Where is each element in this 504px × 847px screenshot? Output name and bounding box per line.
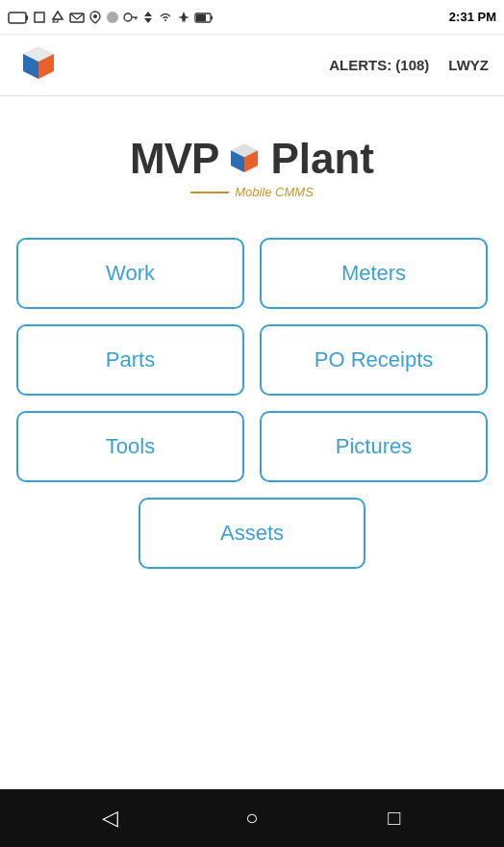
svg-point-4	[93, 14, 97, 18]
logo-line-decoration	[190, 192, 229, 193]
pictures-button[interactable]: Pictures	[260, 411, 488, 482]
svg-point-5	[107, 12, 118, 23]
svg-rect-13	[196, 14, 206, 21]
key-icon	[123, 11, 139, 24]
meters-button[interactable]: Meters	[260, 238, 488, 309]
assets-row: Assets	[16, 498, 488, 569]
svg-rect-1	[26, 15, 28, 20]
screen-icon	[8, 11, 29, 24]
logo-title: MVP Plant	[130, 135, 374, 183]
square-icon	[33, 11, 46, 24]
home-button[interactable]: ○	[233, 799, 271, 837]
status-icons	[8, 11, 214, 24]
app-header: ALERTS: (108) LWYZ	[0, 35, 504, 96]
svg-marker-9	[144, 12, 152, 16]
work-button[interactable]: Work	[16, 238, 244, 309]
app-logo	[15, 40, 62, 90]
logo-cube-icon	[15, 40, 62, 87]
svg-marker-10	[144, 18, 152, 23]
logo-plant-text: Plant	[270, 135, 374, 183]
email-icon	[69, 11, 85, 24]
status-time: 2:31 PM	[449, 10, 496, 24]
alerts-label[interactable]: ALERTS: (108)	[329, 57, 429, 73]
airplane-icon	[177, 11, 190, 24]
recycle-icon	[50, 11, 65, 24]
bottom-nav-bar: ◁ ○ □	[0, 789, 504, 847]
svg-rect-2	[35, 13, 44, 22]
main-button-grid: Work Meters Parts PO Receipts Tools Pict…	[16, 238, 488, 482]
user-label[interactable]: LWYZ	[448, 57, 489, 73]
wifi-icon	[158, 11, 173, 24]
svg-rect-0	[9, 13, 26, 23]
parts-button[interactable]: Parts	[16, 324, 244, 396]
po-receipts-button[interactable]: PO Receipts	[260, 324, 488, 396]
circle-icon	[106, 11, 119, 24]
location-icon	[88, 11, 102, 24]
logo-section: MVP Plant Mobile CMMS	[130, 135, 374, 199]
header-right: ALERTS: (108) LWYZ	[329, 57, 489, 73]
arrows-icon	[142, 11, 154, 24]
logo-subtitle: Mobile CMMS	[190, 185, 314, 199]
status-bar: 2:31 PM	[0, 0, 504, 35]
svg-rect-12	[211, 15, 213, 19]
logo-mvp-text: MVP	[130, 135, 218, 183]
main-content: MVP Plant Mobile CMMS Work Meters Parts …	[0, 96, 504, 789]
logo-mobile-cmms-text: Mobile CMMS	[235, 185, 314, 199]
tools-button[interactable]: Tools	[16, 411, 244, 482]
back-button[interactable]: ◁	[90, 799, 129, 837]
svg-point-6	[124, 13, 132, 21]
logo-inline-cube-icon	[224, 139, 265, 179]
battery-icon	[194, 11, 214, 24]
recent-apps-button[interactable]: □	[375, 799, 414, 837]
assets-button[interactable]: Assets	[139, 498, 365, 569]
